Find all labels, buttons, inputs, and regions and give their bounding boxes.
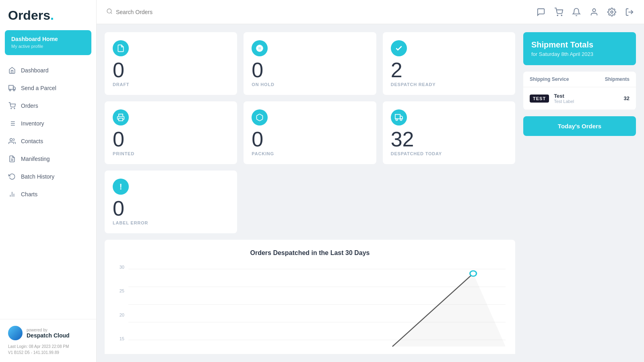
svg-point-28: [396, 119, 397, 120]
home-icon: [8, 66, 16, 74]
despatch-ready-icon-circle: [391, 40, 407, 56]
svg-point-3: [13, 89, 15, 91]
y-label-15: 15: [114, 336, 124, 341]
svg-marker-35: [392, 274, 506, 347]
service-col-header: Shipping Service: [530, 76, 569, 82]
svg-point-12: [10, 138, 12, 141]
stat-value-despatched-today: 32: [391, 129, 507, 150]
stat-card-packing: 0 PACKING: [244, 101, 376, 164]
svg-point-21: [561, 15, 562, 16]
service-row: TEST Test Test Label 32: [523, 87, 636, 110]
stats-grid: 0 DRAFT 0 ON HOLD: [105, 32, 515, 233]
sidebar-navigation: Dashboard Send a Parcel Orders Inventory: [0, 58, 96, 319]
svg-point-20: [557, 15, 558, 16]
powered-by-label: powered by: [27, 328, 70, 332]
y-label-25: 25: [114, 288, 124, 293]
powered-by-section: powered by Despatch Cloud: [8, 326, 88, 340]
sidebar-item-label: Dashboard: [21, 67, 49, 74]
svg-point-2: [9, 89, 11, 91]
stat-card-printed: 0 PRINTED: [105, 101, 237, 164]
sidebar-item-label: Batch History: [21, 173, 54, 180]
sidebar-item-inventory[interactable]: Inventory: [0, 115, 96, 132]
last-login: Last Login: 08 Apr 2023 22:08 PM: [8, 343, 88, 350]
bell-icon[interactable]: [572, 7, 581, 17]
active-user-subtitle: My active profile: [11, 44, 43, 49]
svg-rect-0: [9, 85, 13, 89]
chart-icon: [8, 190, 16, 198]
chart-area: 30 25 20 15: [114, 265, 506, 353]
active-user-title: Dashboard Home: [11, 36, 85, 42]
cart-header-icon[interactable]: [554, 7, 564, 17]
messages-icon[interactable]: [536, 7, 546, 17]
svg-line-19: [111, 12, 112, 14]
service-name-wrap: Test Test Label: [554, 93, 619, 104]
stat-value-printed: 0: [113, 129, 229, 150]
stat-label-printed: PRINTED: [113, 151, 229, 156]
sidebar: Orders. Dashboard Home My active profile…: [0, 0, 97, 362]
shipment-totals-card: Shipment Totals for Saturday 8th April 2…: [523, 32, 636, 65]
history-icon: [8, 173, 16, 181]
svg-point-37: [470, 271, 477, 276]
shipment-totals-title: Shipment Totals: [531, 40, 628, 49]
sidebar-item-contacts[interactable]: Contacts: [0, 132, 96, 150]
logout-icon[interactable]: [625, 7, 634, 17]
y-label-30: 30: [114, 265, 124, 269]
stat-label-packing: PACKING: [252, 151, 368, 156]
stat-value-label-error: 0: [113, 198, 229, 219]
draft-icon-circle: [113, 40, 129, 56]
cart-icon: [8, 102, 16, 110]
main-content: 0 DRAFT 0 ON HOLD: [97, 0, 644, 362]
stat-card-on-hold: 0 ON HOLD: [244, 32, 376, 95]
shipping-service-table: Shipping Service Shipments TEST Test Tes…: [523, 72, 636, 110]
login-info: Last Login: 08 Apr 2023 22:08 PM V1 B152…: [8, 343, 88, 356]
stat-label-despatch-ready: DESPATCH READY: [391, 82, 507, 87]
app-title: Orders.: [8, 8, 54, 23]
label-error-icon-circle: !: [113, 179, 129, 195]
sidebar-item-label: Manifesting: [21, 156, 50, 162]
service-table-header: Shipping Service Shipments: [523, 72, 636, 87]
service-count: 32: [624, 95, 630, 101]
stat-value-draft: 0: [113, 60, 229, 80]
svg-rect-26: [395, 115, 400, 119]
sidebar-item-orders[interactable]: Orders: [0, 97, 96, 115]
stat-value-packing: 0: [252, 129, 368, 150]
chart-y-labels: 30 25 20 15: [114, 265, 126, 341]
chart-svg: [128, 265, 506, 353]
sidebar-item-dashboard[interactable]: Dashboard: [0, 62, 96, 79]
svg-point-18: [107, 9, 111, 13]
sidebar-item-batch-history[interactable]: Batch History: [0, 168, 96, 185]
header-icons: [536, 7, 634, 17]
sidebar-item-manifesting[interactable]: Manifesting: [0, 150, 96, 168]
document-icon: [8, 155, 16, 163]
shipment-totals-date: for Saturday 8th April 2023: [531, 51, 628, 57]
stat-value-despatch-ready: 2: [391, 60, 507, 80]
search-input[interactable]: [116, 9, 267, 15]
sidebar-item-label: Inventory: [21, 120, 44, 127]
todays-orders-button[interactable]: Today's Orders: [523, 116, 636, 136]
search-wrapper: [106, 8, 267, 16]
active-user-button[interactable]: Dashboard Home My active profile: [5, 30, 91, 55]
svg-point-4: [11, 108, 12, 109]
svg-rect-25: [119, 118, 123, 121]
service-logo: TEST: [530, 95, 549, 103]
sidebar-item-charts[interactable]: Charts: [0, 185, 96, 203]
stat-label-draft: DRAFT: [113, 82, 229, 87]
despatch-cloud-logo: [8, 326, 23, 340]
svg-point-23: [611, 11, 613, 13]
on-hold-icon-circle: [252, 40, 268, 56]
svg-point-29: [400, 119, 402, 120]
version-info: V1 B152 D5 - 141.101.99.89: [8, 350, 88, 356]
app-logo: Orders.: [0, 0, 96, 27]
shipments-col-header: Shipments: [605, 76, 630, 82]
sidebar-item-label: Contacts: [21, 138, 43, 144]
settings-icon[interactable]: [607, 7, 617, 17]
sidebar-item-send-parcel[interactable]: Send a Parcel: [0, 79, 96, 97]
stat-card-despatched-today: 32 DESPATCHED TODAY: [383, 101, 515, 164]
svg-marker-1: [13, 87, 15, 89]
truck-icon: [8, 84, 16, 92]
right-panel: Shipment Totals for Saturday 8th April 2…: [523, 32, 636, 354]
stat-card-despatch-ready: 2 DESPATCH READY: [383, 32, 515, 95]
stat-value-on-hold: 0: [252, 60, 368, 80]
list-icon: [8, 119, 16, 128]
user-icon[interactable]: [589, 7, 599, 17]
